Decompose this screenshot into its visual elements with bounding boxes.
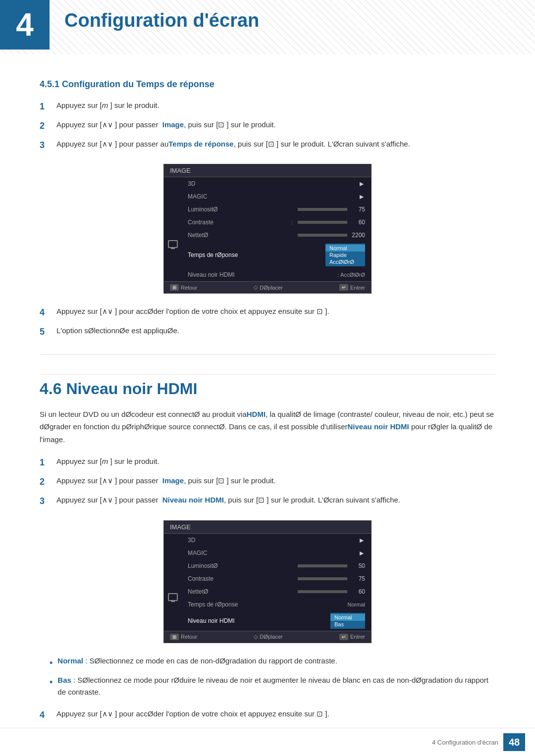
chapter-title-block: Configuration d'écran bbox=[50, 0, 535, 54]
osd-row2-3d: 3D ► bbox=[182, 534, 371, 547]
entrer-label: Entrer bbox=[350, 285, 365, 291]
osd-label2-niveauhdmi: Niveau noir HDMI bbox=[188, 617, 242, 624]
osd-label2-contraste: Contraste bbox=[188, 575, 242, 582]
footer-text: 4 Configuration d'écran bbox=[432, 739, 498, 746]
osd-value-nettete: 2200 bbox=[242, 232, 365, 239]
osd-value-3d: ► bbox=[242, 180, 365, 188]
main-content: 4.5.1 Configuration du Temps de réponse … bbox=[0, 54, 535, 752]
osd-header-2: IMAGE bbox=[164, 521, 371, 534]
list-item: 1 Appuyez sur [m ] sur le produit. bbox=[40, 100, 495, 114]
bullet-item-bas: • Bas : SØlectionnez ce mode pour rØduir… bbox=[50, 674, 495, 698]
retour-label-2: Retour bbox=[181, 634, 197, 640]
osd-row2-niveauhdmi: Niveau noir HDMI Normal Bas bbox=[182, 611, 371, 631]
osd-value-luminosite: 75 bbox=[242, 206, 365, 213]
osd-label-nettete: NettetØ bbox=[188, 232, 242, 239]
osd-menu-2-container: IMAGE 3D bbox=[40, 520, 495, 643]
osd-label2-nettete: NettetØ bbox=[188, 588, 242, 595]
bullet-dot-2: • bbox=[50, 675, 53, 690]
separator bbox=[40, 354, 495, 354]
steps-list-451b: 4 Appuyez sur [∧∨ ] pour accØder l'optio… bbox=[40, 305, 495, 339]
dropdown2-option-normal: Normal bbox=[330, 614, 365, 621]
dropdown-option-accelere: AccØlØrØ bbox=[325, 258, 365, 265]
osd-label-magic: MAGIC bbox=[188, 193, 242, 200]
osd-row-3d: 3D ► bbox=[182, 177, 371, 190]
osd-row2-contraste: Contraste 75 bbox=[182, 572, 371, 585]
osd-body-1: 3D ► MAGIC ► bbox=[164, 177, 371, 281]
osd-row2-temps: Temps de rØponse Normal bbox=[182, 598, 371, 611]
list-item: 3 Appuyez sur [∧∨ ] pour passer Niveau n… bbox=[40, 494, 495, 508]
list-item: 4 Appuyez sur [∧∨ ] pour accØder l'optio… bbox=[40, 708, 495, 722]
osd-menu-2: IMAGE 3D bbox=[163, 520, 372, 643]
osd-body-2: 3D ► MAGIC ► bbox=[164, 534, 371, 631]
osd-row2-magic: MAGIC ► bbox=[182, 547, 371, 559]
list-item: 2 Appuyez sur [∧∨ ] pour passer Image, p… bbox=[40, 119, 495, 133]
osd-label-3d: 3D bbox=[188, 180, 242, 187]
list-item: 3 Appuyez sur [∧∨ ] pour passer auTemps … bbox=[40, 138, 495, 152]
osd-menu-1: IMAGE bbox=[163, 164, 372, 294]
section-46-title: 4.6 Niveau noir HDMI bbox=[40, 374, 495, 398]
osd-row-temps: Temps de rØponse Normal Rapide AccØlØrØ bbox=[182, 242, 371, 268]
deplacer-icon: ◇ bbox=[254, 284, 258, 291]
osd-label-temps: Temps de rØponse bbox=[188, 252, 242, 258]
osd-value-magic: ► bbox=[242, 193, 365, 201]
monitor-icon-2 bbox=[168, 593, 178, 601]
page-footer: 4 Configuration d'écran 48 bbox=[0, 728, 535, 756]
osd-header-1: IMAGE bbox=[164, 164, 371, 177]
osd-row-contraste: Contraste : 60 bbox=[182, 216, 371, 229]
chapter-number-block: 4 bbox=[0, 0, 50, 50]
osd-row-magic: MAGIC ► bbox=[182, 190, 371, 203]
retour-icon-2: ⊞ bbox=[170, 634, 179, 640]
dropdown-option-normal: Normal bbox=[325, 245, 365, 252]
list-item: 1 Appuyez sur [m ] sur le produit. bbox=[40, 455, 495, 470]
section-46: 4.6 Niveau noir HDMI Si un lecteur DVD o… bbox=[40, 374, 495, 722]
osd-label2-magic: MAGIC bbox=[188, 550, 242, 556]
bullet-item-normal: • Normal : SØlectionnez ce mode en cas d… bbox=[50, 655, 495, 670]
page-number: 48 bbox=[503, 733, 525, 751]
steps-list-46b: 4 Appuyez sur [∧∨ ] pour accØder l'optio… bbox=[40, 708, 495, 722]
list-item: 5 L'option sØlectionnØe est appliquØe. bbox=[40, 325, 495, 339]
deplacer-label: DØplacer bbox=[260, 285, 282, 291]
osd-label-niveauhdmi: Niveau noir HDMI bbox=[188, 271, 242, 278]
entrer-icon: ↵ bbox=[339, 284, 348, 291]
osd-label2-3d: 3D bbox=[188, 537, 242, 544]
section-451: 4.5.1 Configuration du Temps de réponse … bbox=[40, 79, 495, 339]
page-wrapper: 4 Configuration d'écran 4.5.1 Configurat… bbox=[0, 0, 535, 756]
entrer-label-2: Entrer bbox=[350, 634, 365, 640]
list-item: 2 Appuyez sur [∧∨ ] pour passer Image, p… bbox=[40, 475, 495, 489]
osd-row-luminosite: LuminositØ 75 bbox=[182, 203, 371, 216]
osd-row2-luminosite: LuminositØ 50 bbox=[182, 559, 371, 572]
dropdown-option-rapide: Rapide bbox=[325, 252, 365, 258]
osd-row-nettete: NettetØ 2200 bbox=[182, 229, 371, 242]
dropdown2-option-bas: Bas bbox=[330, 621, 365, 628]
chapter-title: Configuration d'écran bbox=[64, 10, 259, 31]
osd-footer-1: ⊞ Retour ◇ DØplacer ↵ Entrer bbox=[164, 281, 371, 293]
osd-menu-1-container: IMAGE bbox=[40, 164, 495, 294]
chapter-number: 4 bbox=[16, 6, 34, 43]
osd-value-niveauhdmi: : AccØlØrØ bbox=[242, 272, 365, 278]
deplacer-label-2: DØplacer bbox=[260, 634, 282, 640]
monitor-icon bbox=[168, 240, 178, 248]
osd-value-contraste: : 60 bbox=[242, 219, 365, 226]
osd-label2-temps: Temps de rØponse bbox=[188, 601, 242, 608]
bullet-list-46: • Normal : SØlectionnez ce mode en cas d… bbox=[50, 655, 495, 698]
osd-row-niveauhdmi: Niveau noir HDMI : AccØlØrØ bbox=[182, 268, 371, 281]
steps-list-46: 1 Appuyez sur [m ] sur le produit. 2 App… bbox=[40, 455, 495, 508]
header: 4 Configuration d'écran bbox=[0, 0, 535, 54]
deplacer-icon-2: ◇ bbox=[254, 634, 258, 640]
list-item: 4 Appuyez sur [∧∨ ] pour accØder l'optio… bbox=[40, 305, 495, 320]
bullet-dot: • bbox=[50, 656, 53, 670]
osd-value-temps: Normal Rapide AccØlØrØ bbox=[242, 244, 365, 266]
retour-label: Retour bbox=[181, 285, 197, 291]
osd-row2-nettete: NettetØ 60 bbox=[182, 585, 371, 598]
section-451-heading: 4.5.1 Configuration du Temps de réponse bbox=[40, 79, 495, 90]
osd-label-luminosite: LuminositØ bbox=[188, 206, 242, 213]
osd-footer-2: ⊞ Retour ◇ DØplacer ↵ Entrer bbox=[164, 631, 371, 643]
entrer-icon-2: ↵ bbox=[339, 634, 348, 640]
osd-label-contraste: Contraste bbox=[188, 219, 242, 226]
osd-label2-luminosite: LuminositØ bbox=[188, 562, 242, 569]
steps-list-451: 1 Appuyez sur [m ] sur le produit. 2 App… bbox=[40, 100, 495, 152]
section-46-para: Si un lecteur DVD ou un dØcodeur est con… bbox=[40, 408, 495, 446]
retour-icon: ⊞ bbox=[170, 284, 179, 291]
